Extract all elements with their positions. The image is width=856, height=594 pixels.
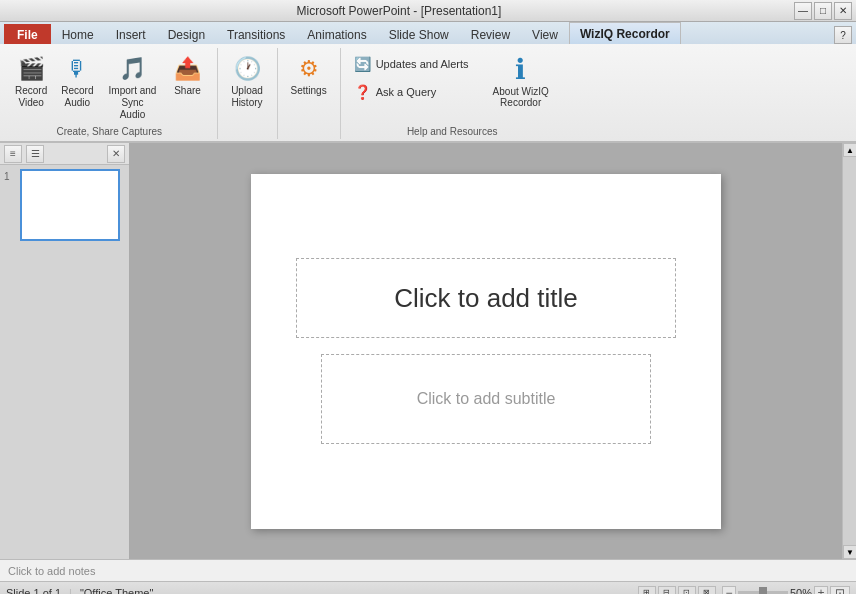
panel-toolbar: ≡ ☰ ✕ xyxy=(0,143,129,165)
main-container: ≡ ☰ ✕ 1 Click to add title xyxy=(0,143,856,594)
panel-btn-2[interactable]: ☰ xyxy=(26,145,44,163)
updates-alerts-button[interactable]: 🔄 Updates and Alerts xyxy=(349,52,474,76)
upload-history-icon: 🕐 xyxy=(231,53,263,85)
status-bar: Slide 1 of 1 | "Office Theme" ⊞ ⊟ ⊡ ⊠ − … xyxy=(0,581,856,594)
tab-view[interactable]: View xyxy=(521,24,569,44)
slide-number: 1 xyxy=(4,169,16,182)
zoom-out-button[interactable]: − xyxy=(722,586,736,595)
record-video-label: RecordVideo xyxy=(15,85,47,109)
about-icon: ℹ xyxy=(515,53,526,86)
settings-icon: ⚙ xyxy=(293,53,325,85)
tab-file[interactable]: File xyxy=(4,24,51,44)
help-group-label: Help and Resources xyxy=(407,126,498,137)
query-icon: ❓ xyxy=(354,83,372,101)
ribbon-group-upload: 🕐 UploadHistory xyxy=(218,48,278,139)
settings-label: Settings xyxy=(291,85,327,97)
import-sync-button[interactable]: 🎵 Import andSync Audio xyxy=(103,50,163,124)
panel-close-button[interactable]: ✕ xyxy=(107,145,125,163)
scroll-track[interactable] xyxy=(843,157,856,545)
ribbon: File Home Insert Design Transitions Anim… xyxy=(0,22,856,143)
tab-review[interactable]: Review xyxy=(460,24,521,44)
slide-preview xyxy=(20,169,120,241)
ribbon-group-settings: ⚙ Settings xyxy=(278,48,341,139)
reading-view-button[interactable]: ⊡ xyxy=(678,586,696,595)
share-label: Share xyxy=(174,85,201,97)
updates-icon: 🔄 xyxy=(354,55,372,73)
ask-query-button[interactable]: ❓ Ask a Query xyxy=(349,80,474,104)
slide-subtitle-text: Click to add subtitle xyxy=(417,390,556,408)
status-right: ⊞ ⊟ ⊡ ⊠ − 50% + ⊡ xyxy=(638,586,850,595)
tab-insert[interactable]: Insert xyxy=(105,24,157,44)
about-wiziq-button[interactable]: ℹ About WizIQRecordor xyxy=(486,50,556,111)
slide-info: Slide 1 of 1 xyxy=(6,587,61,595)
zoom-slider-thumb xyxy=(759,587,767,595)
ribbon-tabs: File Home Insert Design Transitions Anim… xyxy=(0,22,856,44)
main-area: ≡ ☰ ✕ 1 Click to add title xyxy=(0,143,856,559)
minimize-button[interactable]: — xyxy=(794,2,812,20)
zoom-level: 50% xyxy=(790,587,812,595)
ribbon-content: 🎬 RecordVideo 🎙 RecordAudio 🎵 Import and… xyxy=(0,44,856,141)
settings-items: ⚙ Settings xyxy=(286,50,332,135)
about-label: About WizIQRecordor xyxy=(493,86,549,108)
slide-sorter-button[interactable]: ⊟ xyxy=(658,586,676,595)
record-video-button[interactable]: 🎬 RecordVideo xyxy=(10,50,52,112)
tab-transitions[interactable]: Transitions xyxy=(216,24,296,44)
notes-area[interactable]: Click to add notes xyxy=(0,559,856,581)
vertical-scrollbar[interactable]: ▲ ▼ xyxy=(842,143,856,559)
close-button[interactable]: ✕ xyxy=(834,2,852,20)
tab-slideshow[interactable]: Slide Show xyxy=(378,24,460,44)
record-audio-label: RecordAudio xyxy=(61,85,93,109)
slide-page: Click to add title Click to add subtitle xyxy=(251,174,721,529)
record-audio-icon: 🎙 xyxy=(61,53,93,85)
slideshow-button[interactable]: ⊠ xyxy=(698,586,716,595)
ribbon-group-help: 🔄 Updates and Alerts ❓ Ask a Query ℹ Abo… xyxy=(341,48,564,139)
upload-items: 🕐 UploadHistory xyxy=(226,50,268,135)
import-sync-icon: 🎵 xyxy=(117,53,149,85)
tab-home[interactable]: Home xyxy=(51,24,105,44)
query-label: Ask a Query xyxy=(376,86,437,98)
updates-label: Updates and Alerts xyxy=(376,58,469,70)
record-video-icon: 🎬 xyxy=(15,53,47,85)
zoom-controls: − 50% + ⊡ xyxy=(722,586,850,595)
theme-name: "Office Theme" xyxy=(80,587,153,595)
scroll-up-button[interactable]: ▲ xyxy=(843,143,856,157)
help-items: 🔄 Updates and Alerts ❓ Ask a Query ℹ Abo… xyxy=(349,50,556,124)
ribbon-group-create-share: 🎬 RecordVideo 🎙 RecordAudio 🎵 Import and… xyxy=(2,48,218,139)
upload-history-label: UploadHistory xyxy=(231,85,263,109)
tab-design[interactable]: Design xyxy=(157,24,216,44)
upload-history-button[interactable]: 🕐 UploadHistory xyxy=(226,50,268,112)
fit-button[interactable]: ⊡ xyxy=(830,586,850,595)
share-button[interactable]: 📤 Share xyxy=(167,50,209,100)
create-share-items: 🎬 RecordVideo 🎙 RecordAudio 🎵 Import and… xyxy=(10,50,209,124)
share-icon: 📤 xyxy=(172,53,204,85)
create-share-label: Create, Share Captures xyxy=(56,126,162,137)
help-icon[interactable]: ? xyxy=(834,26,852,44)
zoom-in-button[interactable]: + xyxy=(814,586,828,595)
slide-subtitle-box[interactable]: Click to add subtitle xyxy=(321,354,651,444)
tab-wiziq[interactable]: WizIQ Recordor xyxy=(569,22,681,44)
slide-thumbnail-1[interactable]: 1 xyxy=(4,169,125,241)
panel-btn-1[interactable]: ≡ xyxy=(4,145,22,163)
title-bar-controls: — □ ✕ xyxy=(794,2,852,20)
view-buttons: ⊞ ⊟ ⊡ ⊠ xyxy=(638,586,716,595)
notes-placeholder: Click to add notes xyxy=(8,565,95,577)
title-bar: Microsoft PowerPoint - [Presentation1] —… xyxy=(0,0,856,22)
scroll-down-button[interactable]: ▼ xyxy=(843,545,856,559)
import-sync-label: Import andSync Audio xyxy=(108,85,158,121)
slide-title-text: Click to add title xyxy=(394,283,578,314)
normal-view-button[interactable]: ⊞ xyxy=(638,586,656,595)
title-bar-text: Microsoft PowerPoint - [Presentation1] xyxy=(4,4,794,18)
slide-area-wrapper: Click to add title Click to add subtitle… xyxy=(130,143,856,559)
tab-animations[interactable]: Animations xyxy=(296,24,377,44)
settings-button[interactable]: ⚙ Settings xyxy=(286,50,332,100)
record-audio-button[interactable]: 🎙 RecordAudio xyxy=(56,50,98,112)
slide-title-box[interactable]: Click to add title xyxy=(296,258,676,338)
zoom-slider[interactable] xyxy=(738,591,788,595)
left-panel: ≡ ☰ ✕ 1 xyxy=(0,143,130,559)
slide-list: 1 xyxy=(0,165,129,559)
slide-canvas: Click to add title Click to add subtitle xyxy=(130,143,842,559)
maximize-button[interactable]: □ xyxy=(814,2,832,20)
